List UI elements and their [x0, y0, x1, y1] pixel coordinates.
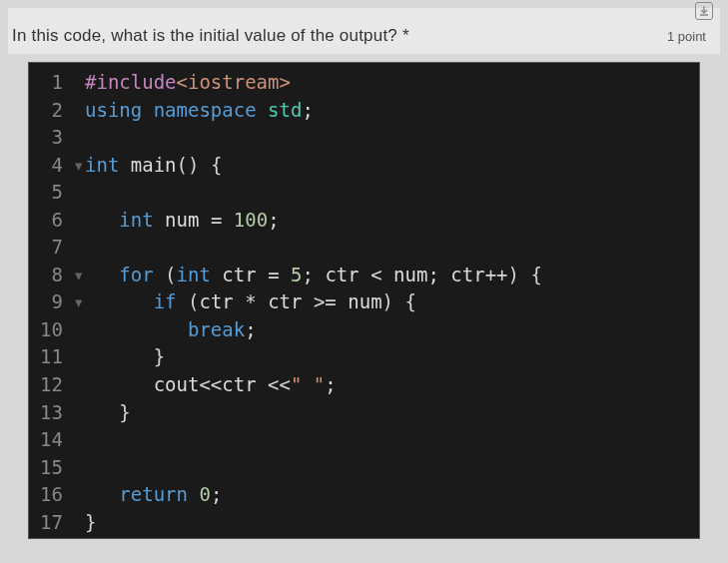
- fold-marker: [73, 69, 85, 97]
- code-line: 1 #include<iostream>: [29, 69, 699, 97]
- code-content: cout<<ctr <<" ";: [85, 371, 699, 399]
- download-icon[interactable]: [695, 2, 713, 20]
- code-line: 8▾ for (int ctr = 5; ctr < num; ctr++) {: [29, 262, 699, 289]
- question-text: In this code, what is the initial value …: [12, 26, 409, 46]
- code-content: [85, 426, 699, 454]
- question-header: In this code, what is the initial value …: [8, 8, 720, 54]
- code-line: 10 break;: [29, 316, 699, 344]
- code-block: 1 #include<iostream>2 using namespace st…: [28, 62, 700, 539]
- fold-marker: [73, 343, 85, 371]
- fold-marker: [73, 179, 85, 207]
- code-line: 6 int num = 100;: [29, 207, 699, 235]
- code-content: using namespace std;: [85, 97, 699, 125]
- line-number: 8: [29, 262, 73, 289]
- code-content: int main() {: [85, 152, 699, 180]
- code-line: 11 }: [29, 343, 699, 371]
- line-number: 7: [29, 234, 73, 262]
- code-content: [85, 234, 699, 262]
- code-content: [85, 179, 699, 207]
- line-number: 2: [29, 97, 73, 125]
- code-content: break;: [85, 316, 699, 344]
- code-content: if (ctr * ctr >= num) {: [85, 288, 699, 316]
- code-line: 12 cout<<ctr <<" ";: [29, 371, 699, 399]
- line-number: 4: [29, 152, 73, 180]
- fold-marker: [73, 371, 85, 399]
- line-number: 11: [29, 343, 73, 371]
- code-line: 16 return 0;: [29, 481, 699, 509]
- code-line: 13 }: [29, 399, 699, 427]
- code-content: [85, 124, 699, 152]
- fold-marker: [73, 97, 85, 125]
- code-line: 17 }: [29, 509, 699, 537]
- code-content: [85, 454, 699, 482]
- line-number: 16: [29, 481, 73, 509]
- code-line: 3: [29, 124, 699, 152]
- code-line: 2 using namespace std;: [29, 97, 699, 125]
- fold-marker: [73, 454, 85, 482]
- code-line: 14: [29, 426, 699, 454]
- code-content: return 0;: [85, 481, 699, 509]
- code-content: int num = 100;: [85, 207, 699, 235]
- code-line: 15: [29, 454, 699, 482]
- fold-marker[interactable]: ▾: [73, 262, 85, 289]
- line-number: 5: [29, 179, 73, 207]
- fold-marker: [73, 399, 85, 427]
- code-line: 5: [29, 179, 699, 207]
- line-number: 14: [29, 426, 73, 454]
- code-content: #include<iostream>: [85, 69, 699, 97]
- fold-marker: [73, 124, 85, 152]
- code-line: 4▾int main() {: [29, 152, 699, 180]
- fold-marker[interactable]: ▾: [73, 152, 85, 180]
- line-number: 17: [29, 509, 73, 537]
- code-line: 7: [29, 234, 699, 262]
- code-content: for (int ctr = 5; ctr < num; ctr++) {: [85, 262, 699, 289]
- code-content: }: [85, 509, 699, 537]
- fold-marker[interactable]: ▾: [73, 288, 85, 316]
- code-line: 9▾ if (ctr * ctr >= num) {: [29, 288, 699, 316]
- line-number: 1: [29, 69, 73, 97]
- fold-marker: [73, 316, 85, 344]
- points-label: 1 point: [667, 29, 706, 44]
- line-number: 10: [29, 316, 73, 344]
- fold-marker: [73, 509, 85, 537]
- line-number: 6: [29, 207, 73, 235]
- line-number: 15: [29, 454, 73, 482]
- code-content: }: [85, 343, 699, 371]
- fold-marker: [73, 234, 85, 262]
- line-number: 3: [29, 124, 73, 152]
- line-number: 12: [29, 371, 73, 399]
- fold-marker: [73, 481, 85, 509]
- fold-marker: [73, 207, 85, 235]
- line-number: 9: [29, 288, 73, 316]
- code-content: }: [85, 399, 699, 427]
- line-number: 13: [29, 399, 73, 427]
- fold-marker: [73, 426, 85, 454]
